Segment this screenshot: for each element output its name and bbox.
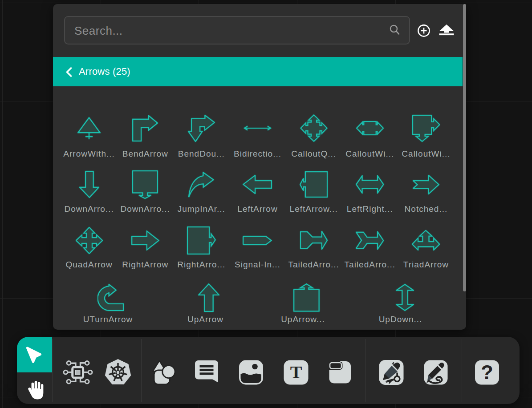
svg-text:T: T [290,362,302,382]
svg-text:?: ? [481,361,494,384]
